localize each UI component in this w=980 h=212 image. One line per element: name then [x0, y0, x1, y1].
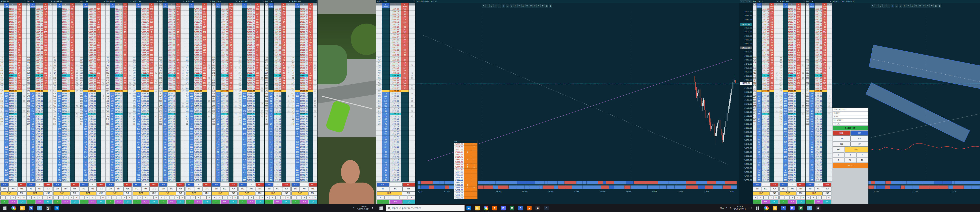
- price-cell[interactable]: 14807.25: [115, 16, 123, 18]
- dom-row[interactable]: 5414800.5073: [132, 85, 159, 87]
- dom-row[interactable]: 14805.00188: [27, 39, 53, 41]
- bid-depth-cell[interactable]: 39: [163, 174, 167, 177]
- dom-row[interactable]: 57314802.0010784: [265, 69, 291, 72]
- ask-depth-cell[interactable]: [43, 154, 48, 156]
- bid-depth-cell[interactable]: [295, 41, 300, 44]
- ask-depth-cell[interactable]: 153: [229, 59, 234, 62]
- ask-depth-cell[interactable]: 32: [308, 69, 313, 72]
- bid-depth-cell[interactable]: 115: [810, 138, 815, 141]
- price-cell[interactable]: 14802.00: [300, 69, 308, 72]
- ask-depth-cell[interactable]: 121: [770, 79, 775, 82]
- bid-depth-cell[interactable]: [295, 49, 300, 51]
- ask-depth-cell[interactable]: 202: [202, 64, 207, 67]
- dom-row[interactable]: 24214791.50: [27, 177, 53, 179]
- bid-depth-cell[interactable]: 28: [163, 154, 167, 156]
- flat-button[interactable]: FLAT: [780, 191, 796, 195]
- price-cell[interactable]: 14796.25: [221, 128, 229, 130]
- price-cell[interactable]: 14801.50: [300, 74, 308, 77]
- bid-depth-cell[interactable]: [382, 85, 390, 87]
- sell-ask-button[interactable]: ASK: [797, 187, 805, 191]
- price-cell[interactable]: 14796.75: [788, 123, 796, 125]
- bid-depth-cell[interactable]: [83, 62, 88, 64]
- price-cell[interactable]: 14799.50: [141, 95, 149, 97]
- ask-depth-cell[interactable]: [282, 105, 286, 108]
- bid-depth-cell[interactable]: [136, 54, 141, 56]
- ask-depth-cell[interactable]: [255, 103, 260, 105]
- price-cell[interactable]: 14799.00: [221, 100, 229, 103]
- dom-row[interactable]: 14807.50107: [238, 13, 264, 16]
- price-cell[interactable]: 14808.00: [168, 8, 176, 11]
- ask-depth-cell[interactable]: 142: [176, 56, 180, 59]
- bid-depth-cell[interactable]: [110, 62, 115, 64]
- dom-row[interactable]: 75614802.00152: [185, 69, 212, 72]
- bid-depth-cell[interactable]: 19: [110, 123, 115, 125]
- ask-depth-cell[interactable]: [770, 125, 775, 128]
- price-cell[interactable]: 14807.00: [221, 18, 229, 21]
- price-cell[interactable]: 14797.50: [815, 115, 822, 118]
- dom-row[interactable]: 38714714799.0011: [212, 100, 238, 103]
- dom-row[interactable]: 49112914797.5051: [0, 115, 26, 118]
- dom-row[interactable]: 5637814798.50: [132, 105, 159, 108]
- price-cell[interactable]: 14792.00: [88, 171, 96, 174]
- bid-depth-cell[interactable]: 42: [242, 115, 247, 118]
- ask-depth-cell[interactable]: 121: [123, 56, 127, 59]
- add-button[interactable]: +: [780, 200, 788, 204]
- bid-depth-cell[interactable]: [57, 77, 62, 79]
- dom-row[interactable]: 14805.50190: [80, 34, 106, 36]
- ask-depth-cell[interactable]: [255, 133, 260, 136]
- ask-depth-cell[interactable]: 164: [43, 41, 48, 44]
- dom-row[interactable]: 6733714799.00: [238, 100, 264, 103]
- dom-row[interactable]: 14804.00206: [265, 49, 291, 51]
- dom-row[interactable]: 14807.7552: [291, 11, 317, 13]
- bid-depth-cell[interactable]: [189, 11, 194, 13]
- dom-row[interactable]: 14807.2581: [212, 16, 238, 18]
- dom-row[interactable]: 14805.2542: [53, 36, 79, 39]
- price-cell[interactable]: 14792.75: [141, 164, 149, 166]
- dom-row[interactable]: 14804.00173: [159, 49, 185, 51]
- ask-depth-cell[interactable]: [96, 130, 101, 133]
- price-cell[interactable]: 14802.25: [88, 67, 96, 69]
- ask-depth-cell[interactable]: [17, 90, 22, 92]
- bid-depth-cell[interactable]: [163, 46, 167, 49]
- price-cell[interactable]: 14799.75: [762, 92, 770, 95]
- bid-depth-cell[interactable]: 149: [269, 133, 274, 136]
- price-cell[interactable]: 14800.50: [62, 85, 70, 87]
- price-cell[interactable]: 14806.75: [141, 21, 149, 23]
- ask-depth-cell[interactable]: [308, 108, 313, 110]
- ask-depth-cell[interactable]: [176, 103, 180, 105]
- price-cell[interactable]: 14801.00: [762, 79, 770, 82]
- trail-stop-button[interactable]: T/S: [770, 200, 778, 204]
- bid-depth-cell[interactable]: [295, 23, 300, 26]
- dom-row[interactable]: 36514014798.0082: [291, 110, 317, 113]
- price-cell[interactable]: 14794.75: [274, 143, 282, 146]
- ask-depth-cell[interactable]: 81: [822, 79, 827, 82]
- price-cell[interactable]: 14795.25: [35, 138, 43, 141]
- ask-depth-cell[interactable]: [308, 123, 313, 125]
- price-cell[interactable]: 14803.50: [9, 54, 17, 56]
- price-cell[interactable]: 14797.25: [168, 118, 176, 120]
- ask-depth-cell[interactable]: 106: [255, 82, 260, 85]
- bid-depth-cell[interactable]: [30, 8, 35, 11]
- bid-depth-cell[interactable]: 209: [216, 143, 221, 146]
- bid-depth-cell[interactable]: 84: [30, 146, 35, 148]
- ask-depth-cell[interactable]: [401, 154, 409, 156]
- ask-depth-cell[interactable]: 120: [282, 13, 286, 16]
- ask-depth-cell[interactable]: [770, 151, 775, 154]
- qty-preset-button[interactable]: 5: [95, 196, 100, 199]
- qty-preset-button[interactable]: 2: [217, 196, 222, 199]
- dom-row[interactable]: 14806.25109: [376, 16, 415, 18]
- qty-preset-button[interactable]: 10: [74, 196, 79, 199]
- price-cell[interactable]: 14803.75: [454, 166, 465, 169]
- ask-depth-cell[interactable]: 133: [822, 8, 827, 11]
- dom-row[interactable]: 45214802.75203: [132, 62, 159, 64]
- bid-depth-cell[interactable]: [295, 16, 300, 18]
- dom-row[interactable]: 75914802.25122: [779, 67, 805, 69]
- ask-depth-cell[interactable]: 105: [17, 34, 22, 36]
- price-cell[interactable]: 14793.25: [221, 159, 229, 161]
- dom-row[interactable]: 14806.25195: [265, 26, 291, 29]
- bid-depth-cell[interactable]: [189, 56, 194, 59]
- price-cell[interactable]: 14804.50: [300, 44, 308, 46]
- ask-depth-cell[interactable]: [282, 100, 286, 103]
- bid-depth-cell[interactable]: [810, 79, 815, 82]
- price-cell[interactable]: 14803.25: [788, 56, 796, 59]
